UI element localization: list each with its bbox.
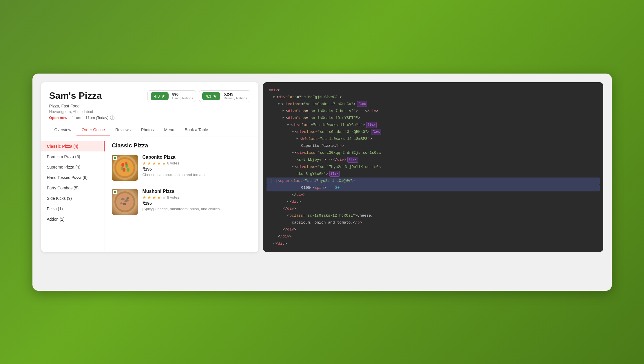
code-line-11: ▼ <div class="sc-17hyc2s-3 jOoliK sc-1s0… <box>267 164 600 171</box>
code-line-17: <p class="sc-1s0saks-12 hcROsL"> Cheese, <box>267 212 600 219</box>
code-line-10: ▶ <div class="sc-z30xqq-2 dnSIjs sc-1s0s… <box>267 149 600 156</box>
sidebar-item-classic-pizza[interactable]: Classic Pizza (4) <box>41 141 105 151</box>
tab-overview[interactable]: Overview <box>49 124 76 136</box>
tab-reviews[interactable]: Reviews <box>110 124 136 136</box>
code-line-9: Caponito Pizza </h4> <box>267 142 600 149</box>
info-icon[interactable]: i <box>110 116 114 120</box>
mushoni-votes: 8 votes <box>167 195 179 200</box>
caponito-stars: ★ ★ ★ ★ ★ 6 votes <box>143 161 251 166</box>
dots-button[interactable]: ··· <box>271 179 277 183</box>
sidebar-item-supreme-pizza[interactable]: Supreme Pizza (4) <box>41 162 105 172</box>
content-area: Classic Pizza (4) Premium Pizza (5) Supr… <box>41 136 258 252</box>
dining-rating-number: 4.0 <box>154 94 160 98</box>
star-4: ★ <box>157 161 161 166</box>
delivery-label: Delivery Ratings <box>224 96 247 100</box>
sidebar-item-addon[interactable]: Addon (2) <box>41 214 105 224</box>
rating-badges: 4.0 ★ 896 Dining Ratings 4.3 <box>147 90 250 102</box>
sidebar-item-side-kicks[interactable]: Side Kicks (9) <box>41 193 105 204</box>
code-line-11b: aks-8 gYkxGN"> flex <box>267 171 600 178</box>
star-1: ★ <box>143 195 146 200</box>
svg-point-8 <box>125 162 127 165</box>
code-line-15: </div> <box>267 198 600 205</box>
delivery-rating-number: 4.3 <box>206 94 211 98</box>
restaurant-panel: Sam's Pizza 4.0 ★ 896 Dining Ratings <box>41 82 258 252</box>
mushoni-pizza-image <box>112 189 138 215</box>
svg-point-17 <box>124 201 127 202</box>
code-line-2: ▶ <div class="sc-hcEgjN fJvcGJ"> <box>267 94 600 101</box>
sidebar-item-premium-pizza[interactable]: Premium Pizza (5) <box>41 151 105 162</box>
star-5-half: ★ <box>162 195 166 200</box>
caponito-details: Caponito Pizza ★ ★ ★ ★ ★ 6 votes ₹195 Ch… <box>143 155 251 177</box>
code-line-20: </div> <box>267 240 600 247</box>
menu-content: Classic Pizza <box>105 136 258 252</box>
sidebar-item-party-combos[interactable]: Party Combos (5) <box>41 183 105 193</box>
star-2: ★ <box>147 195 151 200</box>
delivery-star-icon: ★ <box>213 94 217 98</box>
devtools-content: <div> ▶ <div class="sc-hcEgjN fJvcGJ"> ▶… <box>263 82 603 252</box>
star-1: ★ <box>143 161 146 166</box>
dining-rating-value: 4.0 ★ <box>151 92 169 100</box>
restaurant-name: Sam's Pizza <box>49 90 102 101</box>
mushoni-price: ₹195 <box>143 201 251 206</box>
code-line-10b: ks-9 kNjbyv"> ··· </div> flex <box>267 156 600 163</box>
code-line-7: ▶ <div class="sc-1s0saks-13 kQHKsO"> fle… <box>267 129 600 136</box>
veg-indicator-1 <box>113 156 117 160</box>
tab-book-table[interactable]: Book a Table <box>180 124 214 136</box>
caponito-desc: Cheese, capsicum, onion and tomato. <box>143 173 251 177</box>
sidebar-item-hand-tossed[interactable]: Hand Tossed Pizza (6) <box>41 172 105 183</box>
main-container: Sam's Pizza 4.0 ★ 896 Dining Ratings <box>41 82 603 252</box>
veg-dot-1 <box>114 157 116 159</box>
dining-star-icon: ★ <box>161 94 165 98</box>
code-line-17b: capsicum, onion and tomato. </p> <box>267 219 600 226</box>
code-line-13-highlighted: ₹195 </span> == $0 <box>267 184 600 191</box>
tab-photos[interactable]: Photos <box>136 124 159 136</box>
delivery-rating-value: 4.3 ★ <box>202 92 220 100</box>
code-line-18: </div> <box>267 226 600 233</box>
restaurant-location: Navrangpura, Ahmedabad <box>49 109 250 114</box>
svg-point-12 <box>121 198 125 200</box>
open-status-row: Open now · 11am – 11pm (Today) i <box>49 116 250 120</box>
star-3: ★ <box>152 195 156 200</box>
star-5: ★ <box>162 161 166 166</box>
section-title: Classic Pizza <box>112 142 251 149</box>
star-2: ★ <box>147 161 151 166</box>
svg-point-7 <box>121 167 123 170</box>
star-4: ★ <box>157 195 161 200</box>
star-3: ★ <box>152 161 156 166</box>
caponito-pizza-image <box>112 155 138 181</box>
svg-point-14 <box>123 203 126 205</box>
sidebar-item-pizza[interactable]: Pizza (1) <box>41 204 105 214</box>
mushoni-name: Mushoni Pizza <box>143 189 251 194</box>
svg-point-16 <box>126 197 129 199</box>
dining-count: 896 <box>172 92 178 96</box>
code-line-16: </div> <box>267 205 600 212</box>
caponito-name: Caponito Pizza <box>143 155 251 160</box>
code-line-14: </div> <box>267 191 600 198</box>
tab-menu[interactable]: Menu <box>159 124 180 136</box>
code-line-19: </div> <box>267 233 600 240</box>
dining-rating-info: 896 Dining Ratings <box>172 92 193 100</box>
outer-frame: Sam's Pizza 4.0 ★ 896 Dining Ratings <box>32 74 612 291</box>
delivery-rating-info: 5,245 Delivery Ratings <box>224 92 247 100</box>
restaurant-header: Sam's Pizza 4.0 ★ 896 Dining Ratings <box>41 82 258 136</box>
code-line-8: ▶ <h4 class="sc-1s0saks-15 iSmBPS"> <box>267 136 600 142</box>
veg-indicator-2 <box>113 190 117 194</box>
mushoni-details: Mushoni Pizza ★ ★ ★ ★ ★ 8 votes ₹195 [Sp… <box>143 189 251 211</box>
veg-dot-2 <box>114 191 116 193</box>
tab-order-online[interactable]: Order Online <box>76 124 110 136</box>
mushoni-desc: [Spicy] Cheese, mushroom, onion, and chi… <box>143 207 251 211</box>
open-status: Open now <box>49 116 67 120</box>
dining-rating-badge: 4.0 ★ 896 Dining Ratings <box>147 90 196 102</box>
menu-item-caponito: Caponito Pizza ★ ★ ★ ★ ★ 6 votes ₹195 Ch… <box>112 155 251 181</box>
code-line-5: ▶ <div class="sc-1s0saks-10 cYSFTJ"> <box>267 115 600 122</box>
menu-item-mushoni: Mushoni Pizza ★ ★ ★ ★ ★ 8 votes ₹195 [Sp… <box>112 189 251 215</box>
devtools-panel: <div> ▶ <div class="sc-hcEgjN fJvcGJ"> ▶… <box>263 82 603 252</box>
caponito-votes: 6 votes <box>167 161 179 165</box>
delivery-count: 5,245 <box>224 92 233 96</box>
svg-point-6 <box>127 168 129 172</box>
delivery-rating-badge: 4.3 ★ 5,245 Delivery Ratings <box>199 90 250 102</box>
sidebar: Classic Pizza (4) Premium Pizza (5) Supr… <box>41 136 105 252</box>
svg-point-3 <box>121 163 124 167</box>
code-line-12-highlighted[interactable]: ··· <span class="sc-17hyc2s-1 cCiQWA"> <box>267 178 600 184</box>
svg-point-15 <box>120 202 123 204</box>
